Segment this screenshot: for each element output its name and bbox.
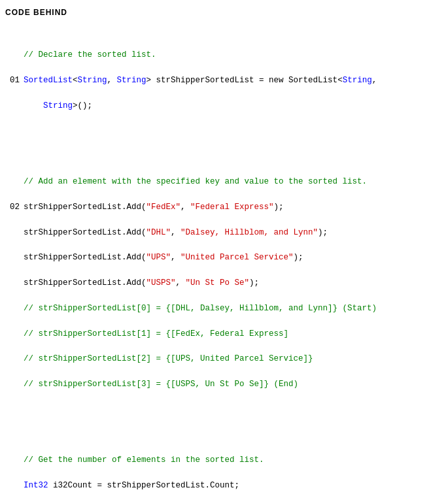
line-comment-2: // Add an element with the specified key… bbox=[5, 176, 441, 188]
line-02: 02 strShipperSortedList.Add("FedEx", "Fe… bbox=[5, 201, 441, 214]
code-block: // Declare the sorted list. 01 SortedLis… bbox=[5, 24, 441, 494]
line-count-decl: Int32 i32Count = strShipperSortedList.Co… bbox=[5, 480, 441, 492]
line-comment-02-0: // strShipperSortedList[0] = {[DHL, Dals… bbox=[5, 303, 441, 315]
line-empty-1 bbox=[5, 138, 441, 150]
line-01: 01 SortedList<String, String> strShipper… bbox=[5, 74, 441, 87]
line-comment-02-1: // strShipperSortedList[1] = {[FedEx, Fe… bbox=[5, 328, 441, 340]
line-02-c: strShipperSortedList.Add("UPS", "United … bbox=[5, 252, 441, 264]
line-01-cont: String>(); bbox=[5, 100, 441, 112]
line-comment-3: // Get the number of elements in the sor… bbox=[5, 454, 441, 467]
line-comment-02-2: // strShipperSortedList[2] = {[UPS, Unit… bbox=[5, 353, 441, 365]
line-02-d: strShipperSortedList.Add("USPS", "Un St … bbox=[5, 277, 441, 289]
line-02-b: strShipperSortedList.Add("DHL", "Dalsey,… bbox=[5, 227, 441, 239]
line-comment-1: // Declare the sorted list. bbox=[5, 49, 441, 61]
code-header: CODE BEHIND bbox=[5, 7, 441, 19]
line-comment-02-3: // strShipperSortedList[3] = {[USPS, Un … bbox=[5, 378, 441, 391]
line-empty-2 bbox=[5, 416, 441, 429]
